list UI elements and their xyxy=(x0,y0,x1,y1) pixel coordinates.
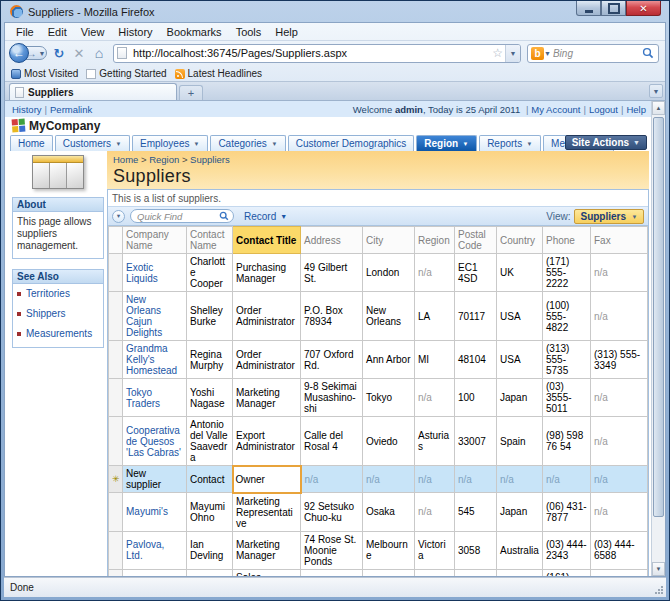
table-row[interactable]: Specialty Biscuits, Ltd.Peter WilsonSale… xyxy=(109,569,648,576)
row-selector[interactable] xyxy=(109,254,123,292)
menu-edit[interactable]: Edit xyxy=(41,25,74,39)
url-input[interactable] xyxy=(131,46,490,61)
link-territories[interactable]: Territories xyxy=(26,288,70,299)
refresh-icon[interactable] xyxy=(51,44,67,62)
tab-suppliers[interactable]: Suppliers xyxy=(9,83,177,100)
nav-tab-customers[interactable]: Customers xyxy=(55,135,130,151)
table-row[interactable]: New Orleans Cajun DelightsShelley BurkeO… xyxy=(109,292,648,341)
nav-tab-reports[interactable]: Reports xyxy=(479,135,541,151)
bookmark-most-visited[interactable]: Most Visited xyxy=(11,68,86,79)
table-row[interactable]: Tokyo TradersYoshi NagaseMarketing Manag… xyxy=(109,379,648,417)
scroll-down-button[interactable] xyxy=(652,562,665,576)
row-selector[interactable] xyxy=(109,417,123,466)
new-tab-button[interactable] xyxy=(179,85,203,100)
url-bar[interactable] xyxy=(113,44,521,63)
column-header-postal-code[interactable]: Postal Code xyxy=(455,227,497,254)
scrollbar-track[interactable] xyxy=(652,115,665,562)
column-header-fax[interactable]: Fax xyxy=(591,227,648,254)
company-link[interactable]: Grandma Kelly's Homestead xyxy=(126,343,177,376)
link-measurements[interactable]: Measurements xyxy=(26,328,92,339)
site-actions-button[interactable]: Site Actions xyxy=(565,135,647,150)
menu-help[interactable]: Help xyxy=(268,25,305,39)
column-header-address[interactable]: Address xyxy=(301,227,363,254)
link-permalink[interactable]: Permalink xyxy=(50,104,92,115)
table-row[interactable]: Grandma Kelly's HomesteadRegina MurphyOr… xyxy=(109,341,648,379)
column-header-region[interactable]: Region xyxy=(415,227,455,254)
row-selector[interactable] xyxy=(109,292,123,341)
cell-text: 100 xyxy=(458,392,475,403)
bookmark-star-icon[interactable] xyxy=(490,46,505,60)
nav-tab-customer-demographics[interactable]: Customer Demographics xyxy=(288,135,415,151)
column-header-city[interactable]: City xyxy=(363,227,415,254)
back-button[interactable] xyxy=(9,43,29,63)
company-link[interactable]: Exotic Liquids xyxy=(126,262,158,284)
title-bar[interactable]: Suppliers - Mozilla Firefox xyxy=(4,1,666,22)
collapse-toolbar-button[interactable] xyxy=(112,210,125,223)
quick-find-magnifier-icon[interactable] xyxy=(219,211,229,221)
tab-list-dropdown-button[interactable] xyxy=(649,84,663,98)
column-header-company-name[interactable]: Company Name xyxy=(123,227,187,254)
company-link[interactable]: Cooperativa de Quesos 'Las Cabras' xyxy=(126,425,181,458)
link-history[interactable]: History xyxy=(12,104,42,115)
column-header-contact-name[interactable]: Contact Name xyxy=(187,227,233,254)
menu-view[interactable]: View xyxy=(74,25,112,39)
quick-find-input[interactable] xyxy=(135,210,219,223)
bookmark-latest-headlines[interactable]: Latest Headlines xyxy=(175,68,271,79)
column-header-contact-title[interactable]: Contact Title xyxy=(233,227,301,254)
resize-grip[interactable] xyxy=(654,585,664,595)
link-logout[interactable]: Logout xyxy=(589,104,618,115)
site-navigation: HomeCustomersEmployeesCategoriesCustomer… xyxy=(5,134,651,151)
cell-text: Contact xyxy=(190,474,224,485)
company-link[interactable]: Tokyo Traders xyxy=(126,387,160,409)
vertical-scrollbar[interactable] xyxy=(651,101,665,576)
url-dropdown-button[interactable] xyxy=(505,45,520,62)
nav-tab-home[interactable]: Home xyxy=(10,135,53,151)
link-help[interactable]: Help xyxy=(626,104,646,115)
scrollbar-thumb[interactable] xyxy=(653,117,664,517)
table-row[interactable]: Mayumi'sMayumi OhnoMarketing Representat… xyxy=(109,493,648,532)
tab-favicon xyxy=(15,87,24,98)
link-my-account[interactable]: My Account xyxy=(531,104,580,115)
table-row[interactable]: Cooperativa de Quesos 'Las Cabras'Antoni… xyxy=(109,417,648,466)
minimize-button[interactable] xyxy=(576,1,601,16)
table-row[interactable]: Pavlova, Ltd.Ian DevlingMarketing Manage… xyxy=(109,531,648,569)
row-selector[interactable] xyxy=(109,379,123,417)
table-row-new-supplier[interactable]: New supplierContactOwnern/an/an/an/an/an… xyxy=(109,466,648,493)
menu-file[interactable]: File xyxy=(9,25,41,39)
menu-history[interactable]: History xyxy=(111,25,159,39)
row-selector[interactable] xyxy=(109,493,123,532)
row-selector[interactable] xyxy=(109,341,123,379)
close-button[interactable] xyxy=(626,1,661,16)
table-row[interactable]: Exotic LiquidsCharlotte CooperPurchasing… xyxy=(109,254,648,292)
view-selector-button[interactable]: Suppliers xyxy=(574,209,644,224)
scroll-up-button[interactable] xyxy=(652,101,665,115)
link-shippers[interactable]: Shippers xyxy=(26,308,65,319)
breadcrumb-home[interactable]: Home xyxy=(113,154,149,165)
menu-tools[interactable]: Tools xyxy=(229,25,269,39)
breadcrumb-region[interactable]: Region xyxy=(149,154,190,165)
forward-dropdown-icon[interactable] xyxy=(39,50,46,57)
search-bar[interactable] xyxy=(527,44,659,63)
company-link[interactable]: Pavlova, Ltd. xyxy=(126,539,164,561)
bookmark-getting-started[interactable]: Getting Started xyxy=(86,68,174,79)
search-engine-dropdown-icon[interactable] xyxy=(544,50,551,57)
row-selector[interactable] xyxy=(109,569,123,576)
quick-find-box[interactable] xyxy=(130,209,234,223)
search-input[interactable] xyxy=(551,47,642,60)
stop-icon[interactable] xyxy=(71,44,87,62)
record-menu[interactable]: Record xyxy=(244,211,287,222)
row-selector[interactable] xyxy=(109,531,123,569)
grid-toolbar: Record View: Suppliers xyxy=(108,206,648,226)
maximize-button[interactable] xyxy=(601,1,626,16)
search-magnifier-icon[interactable] xyxy=(642,47,654,59)
column-header-country[interactable]: Country xyxy=(497,227,543,254)
new-record-indicator[interactable] xyxy=(109,466,123,493)
nav-tab-region[interactable]: Region xyxy=(416,135,477,151)
column-header-phone[interactable]: Phone xyxy=(543,227,591,254)
nav-tab-categories[interactable]: Categories xyxy=(210,135,285,151)
company-link[interactable]: New Orleans Cajun Delights xyxy=(126,294,162,338)
menu-bookmarks[interactable]: Bookmarks xyxy=(160,25,229,39)
company-link[interactable]: Mayumi's xyxy=(126,506,168,517)
nav-tab-employees[interactable]: Employees xyxy=(132,135,208,151)
home-icon[interactable] xyxy=(91,44,107,62)
